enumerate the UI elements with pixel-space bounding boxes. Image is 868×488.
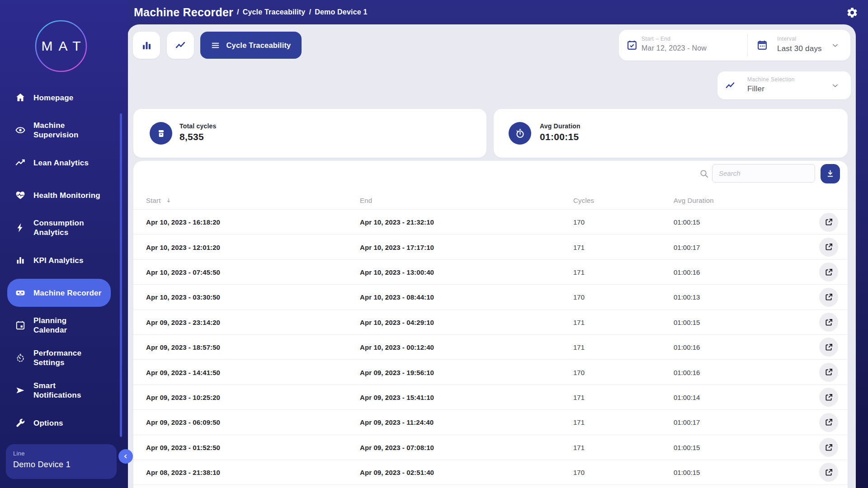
sidebar-item-lean-analytics[interactable]: Lean Analytics	[0, 146, 128, 179]
table-row: Apr 09, 2023 - 10:25:20 Apr 09, 2023 - 1…	[133, 385, 848, 410]
cycles-table-panel: Start End Cycles Avg Duration Apr 10, 20…	[133, 161, 848, 488]
bar-chart-view-button[interactable]	[133, 32, 160, 59]
calendar-icon	[15, 320, 26, 331]
cell-avg-duration: 01:00:15	[674, 443, 700, 451]
open-record-button[interactable]	[819, 238, 838, 257]
cell-start: Apr 09, 2023 - 10:25:20	[146, 393, 220, 401]
cell-end: Apr 10, 2023 - 04:29:10	[360, 318, 434, 326]
table-row: Apr 09, 2023 - 23:14:20 Apr 10, 2023 - 0…	[133, 310, 848, 335]
machine-selection-select[interactable]: Machine Selection Filler	[717, 71, 851, 99]
home-icon	[15, 92, 26, 103]
column-header-avg-duration[interactable]: Avg Duration	[674, 197, 714, 204]
logo-text: MAT	[35, 20, 87, 72]
bar-chart-icon	[141, 39, 153, 52]
cycles-icon	[150, 122, 172, 145]
open-record-button[interactable]	[819, 338, 838, 357]
sidebar-scrollbar[interactable]	[120, 113, 122, 437]
interval-select[interactable]: Interval Last 30 days	[747, 30, 850, 61]
cell-start: Apr 10, 2023 - 16:18:20	[146, 218, 220, 226]
sidebar-item-machine-recorder[interactable]: Machine Recorder	[0, 277, 128, 309]
heart-pulse-icon	[15, 190, 26, 201]
table-row: Apr 10, 2023 - 03:30:50 Apr 10, 2023 - 0…	[133, 285, 848, 310]
cell-avg-duration: 01:00:17	[674, 243, 700, 251]
cell-start: Apr 09, 2023 - 01:52:50	[146, 443, 220, 451]
sidebar-item-performance-settings[interactable]: Performance Settings	[0, 342, 128, 374]
table-row: Apr 09, 2023 - 18:57:50 Apr 10, 2023 - 0…	[133, 335, 848, 360]
sidebar-item-machine-supervision[interactable]: Machine Supervision	[0, 114, 128, 146]
avg-duration-value: 01:00:15	[540, 131, 579, 142]
sidebar-item-label: Planning Calendar	[33, 316, 67, 335]
open-in-new-icon	[824, 318, 834, 327]
device-chip-label: Line	[13, 450, 109, 457]
sidebar-item-label: KPI Analytics	[33, 256, 84, 265]
open-in-new-icon	[824, 443, 834, 452]
date-filter-panel: Start – End Mar 12, 2023 - Now Interval …	[619, 30, 850, 61]
open-record-button[interactable]	[819, 263, 838, 282]
open-record-button[interactable]	[819, 313, 838, 332]
cell-avg-duration: 01:00:14	[674, 393, 700, 401]
chevron-down-icon	[831, 41, 840, 50]
sidebar-item-label: Consumption Analytics	[33, 218, 84, 237]
machine-selection-value: Filler	[747, 84, 764, 94]
download-button[interactable]	[821, 164, 840, 183]
cell-avg-duration: 01:00:13	[674, 293, 700, 301]
sidebar-item-options[interactable]: Options	[0, 407, 128, 439]
search-input[interactable]	[712, 164, 815, 183]
avg-duration-card: Avg Duration 01:00:15	[494, 109, 848, 158]
line-chart-icon	[725, 80, 736, 91]
sidebar-item-label: Machine Supervision	[33, 121, 79, 140]
cell-avg-duration: 01:00:16	[674, 368, 700, 376]
cycle-traceability-button[interactable]: Cycle Traceability	[200, 32, 302, 59]
start-end-picker[interactable]: Start – End Mar 12, 2023 - Now	[619, 30, 747, 61]
gauge-icon	[15, 352, 26, 363]
open-in-new-icon	[824, 418, 834, 427]
cell-avg-duration: 01:00:15	[674, 318, 700, 326]
open-record-button[interactable]	[819, 388, 838, 407]
sidebar-item-label: Homepage	[33, 93, 74, 103]
cycle-traceability-label: Cycle Traceability	[226, 41, 291, 50]
open-record-button[interactable]	[819, 413, 838, 432]
sidebar-item-homepage[interactable]: Homepage	[0, 81, 128, 114]
open-record-button[interactable]	[819, 213, 838, 232]
cell-cycles: 170	[573, 469, 585, 476]
cell-end: Apr 09, 2023 - 15:41:10	[360, 393, 434, 401]
breadcrumb-separator: /	[309, 8, 311, 17]
eye-icon	[15, 125, 26, 136]
settings-gear-icon[interactable]	[846, 7, 858, 19]
cell-start: Apr 10, 2023 - 12:01:20	[146, 243, 220, 251]
bolt-icon	[15, 222, 26, 233]
sidebar-item-health-monitoring[interactable]: Health Monitoring	[0, 179, 128, 211]
column-header-start[interactable]: Start	[146, 197, 172, 204]
menu-icon	[211, 41, 220, 50]
cell-start: Apr 08, 2023 - 21:38:10	[146, 469, 220, 476]
open-record-button[interactable]	[819, 288, 838, 307]
table-row: Apr 09, 2023 - 14:41:50 Apr 09, 2023 - 1…	[133, 360, 848, 385]
sidebar-item-kpi-analytics[interactable]: KPI Analytics	[0, 244, 128, 277]
sidebar-item-planning-calendar[interactable]: Planning Calendar	[0, 309, 128, 342]
sidebar-item-label: Lean Analytics	[33, 158, 89, 168]
stopwatch-icon	[509, 122, 531, 145]
cell-avg-duration: 01:00:16	[674, 268, 700, 276]
sidebar-collapse-button[interactable]	[118, 449, 133, 464]
column-header-end[interactable]: End	[360, 197, 372, 204]
sidebar-item-consumption-analytics[interactable]: Consumption Analytics	[0, 211, 128, 244]
cell-end: Apr 10, 2023 - 08:44:10	[360, 293, 434, 301]
open-in-new-icon	[824, 367, 834, 377]
sidebar-item-smart-notifications[interactable]: Smart Notifications	[0, 374, 128, 407]
open-record-button[interactable]	[819, 363, 838, 382]
column-header-start-label: Start	[146, 197, 161, 204]
trending-up-icon	[15, 157, 26, 168]
device-selector-chip[interactable]: Line Demo Device 1	[6, 444, 117, 479]
send-icon	[15, 385, 26, 396]
total-cycles-label: Total cycles	[179, 122, 217, 130]
line-chart-view-button[interactable]	[167, 32, 194, 59]
bar-chart-icon	[15, 255, 26, 266]
cell-cycles: 171	[573, 343, 585, 351]
open-record-button[interactable]	[819, 463, 838, 482]
cell-start: Apr 10, 2023 - 07:45:50	[146, 268, 220, 276]
calendar-days-icon	[756, 39, 768, 51]
cell-end: Apr 09, 2023 - 02:51:40	[360, 469, 434, 476]
cell-start: Apr 10, 2023 - 03:30:50	[146, 293, 220, 301]
column-header-cycles[interactable]: Cycles	[573, 197, 594, 204]
open-record-button[interactable]	[819, 438, 838, 457]
